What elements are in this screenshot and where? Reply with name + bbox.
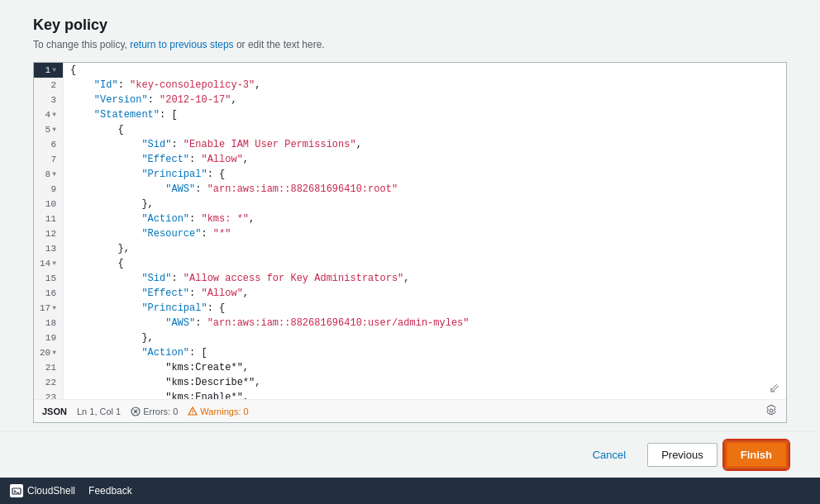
line-number: 21	[34, 360, 64, 375]
code-line-content: "Resource": "*"	[64, 226, 786, 241]
editor-statusbar: JSON Ln 1, Col 1 Errors: 0	[34, 399, 786, 422]
format-badge: JSON	[42, 407, 67, 416]
code-line-content: "Sid": "Enable IAM User Permissions",	[64, 137, 786, 152]
code-line-content: },	[64, 330, 786, 345]
code-line-content: "AWS": "arn:aws:iam::882681696410:root"	[64, 182, 786, 197]
code-line-content: "kms:Create*",	[64, 360, 786, 375]
cloudshell-label: CloudShell	[27, 485, 75, 497]
finish-button[interactable]: Finish	[726, 442, 787, 468]
fold-arrow[interactable]: ▼	[52, 63, 56, 78]
warning-count: Warnings: 0	[188, 407, 248, 416]
feedback-link[interactable]: Feedback	[88, 485, 132, 497]
code-line-content: {	[64, 256, 786, 271]
code-line-content: {	[64, 63, 786, 78]
cloudshell-icon	[10, 484, 23, 497]
line-number: 16	[34, 286, 64, 301]
table-row: 8▼ "Principal": {	[34, 167, 786, 182]
line-number: 19	[34, 330, 64, 345]
table-row: 1▼{	[34, 63, 786, 78]
code-line-content: "Principal": {	[64, 301, 786, 316]
line-number: 11	[34, 212, 64, 226]
line-number: 14▼	[34, 256, 64, 271]
table-row: 12 "Resource": "*"	[34, 226, 786, 241]
svg-point-5	[193, 413, 193, 414]
line-number: 9	[34, 182, 64, 197]
fold-arrow[interactable]: ▼	[52, 107, 56, 122]
settings-icon[interactable]	[765, 404, 778, 419]
key-policy-editor: 1▼{2 "Id": "key-consolepolicy-3",3 "Vers…	[33, 62, 787, 423]
line-number: 18	[34, 316, 64, 330]
line-number: 12	[34, 226, 64, 241]
line-number: 7	[34, 152, 64, 167]
cloudshell-button[interactable]: CloudShell	[10, 484, 75, 497]
table-row: 18 "AWS": "arn:aws:iam::882681696410:use…	[34, 316, 786, 330]
line-number: 22	[34, 375, 64, 390]
error-icon	[131, 407, 141, 416]
code-line-content: "Effect": "Allow",	[64, 286, 786, 301]
line-number: 8▼	[34, 167, 64, 182]
cursor-position: Ln 1, Col 1	[77, 407, 121, 416]
line-number: 2	[34, 78, 64, 93]
fold-arrow[interactable]: ▼	[52, 167, 56, 182]
code-line-content: },	[64, 197, 786, 212]
bottom-toolbar: CloudShell Feedback	[0, 478, 820, 504]
code-line-content: "kms:Describe*",	[64, 375, 786, 390]
code-line-content: },	[64, 241, 786, 256]
table-row: 13 },	[34, 241, 786, 256]
return-to-previous-link[interactable]: return to previous steps	[130, 39, 233, 50]
table-row: 11 "Action": "kms: *",	[34, 212, 786, 226]
code-line-content: "Statement": [	[64, 107, 786, 122]
table-row: 15 "Sid": "Allow access for Key Administ…	[34, 271, 786, 286]
fold-arrow[interactable]: ▼	[52, 301, 56, 316]
table-row: 21 "kms:Create*",	[34, 360, 786, 375]
table-row: 2 "Id": "key-consolepolicy-3",	[34, 78, 786, 93]
fold-arrow[interactable]: ▼	[52, 345, 56, 360]
line-number: 23	[34, 390, 64, 399]
code-line-content: "Action": "kms: *",	[64, 212, 786, 226]
svg-point-6	[770, 409, 773, 412]
line-number: 4▼	[34, 107, 64, 122]
code-line-content: "kms:Enable*",	[64, 390, 786, 399]
line-number: 6	[34, 137, 64, 152]
cancel-button[interactable]: Cancel	[579, 444, 639, 466]
line-number: 20▼	[34, 345, 64, 360]
line-number: 17▼	[34, 301, 64, 316]
table-row: 4▼ "Statement": [	[34, 107, 786, 122]
table-row: 22 "kms:Describe*",	[34, 375, 786, 390]
table-row: 19 },	[34, 330, 786, 345]
table-row: 17▼ "Principal": {	[34, 301, 786, 316]
section-title: Key policy	[33, 17, 787, 34]
code-line-content: "Principal": {	[64, 167, 786, 182]
line-number: 3	[34, 93, 64, 107]
line-number: 5▼	[34, 122, 64, 137]
table-row: 6 "Sid": "Enable IAM User Permissions",	[34, 137, 786, 152]
table-row: 7 "Effect": "Allow",	[34, 152, 786, 167]
table-row: 14▼ {	[34, 256, 786, 271]
fold-arrow[interactable]: ▼	[52, 122, 56, 137]
table-row: 16 "Effect": "Allow",	[34, 286, 786, 301]
code-line-content: "Effect": "Allow",	[64, 152, 786, 167]
line-number: 13	[34, 241, 64, 256]
error-count: Errors: 0	[131, 407, 178, 416]
code-line-content: "Version": "2012-10-17",	[64, 93, 786, 107]
expand-icon[interactable]: ⇙	[769, 380, 779, 396]
code-line-content: "Id": "key-consolepolicy-3",	[64, 78, 786, 93]
previous-button[interactable]: Previous	[647, 443, 718, 467]
table-row: 10 },	[34, 197, 786, 212]
code-line-content: "Sid": "Allow access for Key Administrat…	[64, 271, 786, 286]
table-row: 5▼ {	[34, 122, 786, 137]
section-description: To change this policy, return to previou…	[33, 39, 787, 50]
line-number: 1▼	[34, 63, 64, 78]
line-number: 10	[34, 197, 64, 212]
table-row: 9 "AWS": "arn:aws:iam::882681696410:root…	[34, 182, 786, 197]
table-row: 20▼ "Action": [	[34, 345, 786, 360]
code-line-content: "Action": [	[64, 345, 786, 360]
code-editor-area[interactable]: 1▼{2 "Id": "key-consolepolicy-3",3 "Vers…	[34, 63, 786, 399]
code-line-content: {	[64, 122, 786, 137]
fold-arrow[interactable]: ▼	[52, 256, 56, 271]
line-number: 15	[34, 271, 64, 286]
table-row: 23 "kms:Enable*",	[34, 390, 786, 399]
warning-icon	[188, 407, 198, 416]
code-line-content: "AWS": "arn:aws:iam::882681696410:user/a…	[64, 316, 786, 330]
table-row: 3 "Version": "2012-10-17",	[34, 93, 786, 107]
